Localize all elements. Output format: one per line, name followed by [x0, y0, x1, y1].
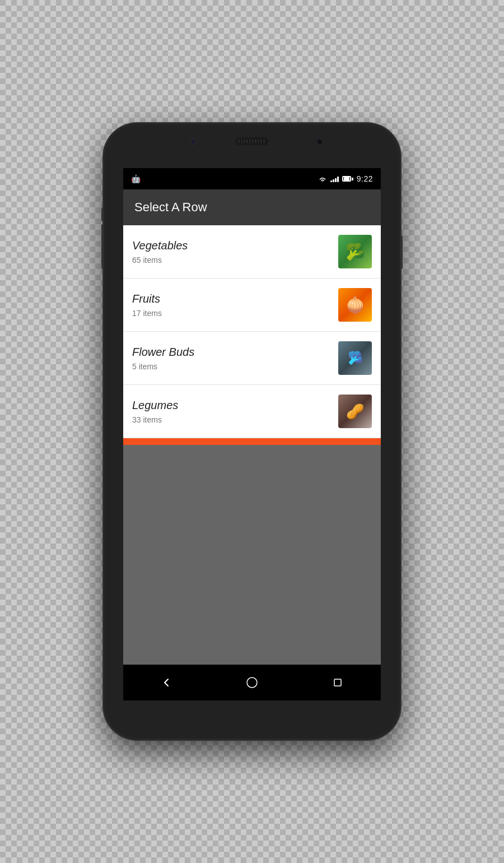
phone-outer: 🤖 — [104, 123, 400, 740]
svg-point-0 — [247, 678, 257, 688]
robot-icon: 🤖 — [131, 174, 141, 183]
list-item-flowerbuds[interactable]: Flower Buds 5 items — [123, 332, 381, 385]
power-button[interactable] — [400, 235, 403, 269]
svg-rect-1 — [334, 679, 341, 686]
phone-bottom-hardware — [104, 700, 400, 740]
list-item-subtitle: 5 items — [132, 362, 332, 371]
signal-bar-2 — [333, 179, 334, 182]
signal-bar-3 — [335, 178, 337, 182]
battery-tip — [352, 178, 353, 180]
list-item-thumbnail — [338, 341, 372, 375]
phone-top-hardware — [104, 123, 400, 168]
signal-bar-4 — [337, 177, 339, 182]
list-item-text: Flower Buds 5 items — [132, 346, 332, 371]
front-camera — [190, 139, 196, 145]
status-time: 9:22 — [357, 174, 373, 183]
status-bar: 🤖 — [123, 168, 381, 189]
list-container: Vegetables 65 items Fruits 17 items Flow… — [123, 225, 381, 445]
signal-bar-1 — [330, 180, 332, 182]
light-sensor — [318, 140, 322, 144]
list-item-thumbnail — [338, 235, 372, 268]
app-bar-title: Select A Row — [134, 200, 207, 215]
back-button[interactable] — [153, 669, 180, 696]
list-item-title: Fruits — [132, 293, 332, 305]
battery-body — [342, 176, 351, 182]
battery-icon — [342, 176, 353, 182]
list-item-fruits[interactable]: Fruits 17 items — [123, 279, 381, 332]
list-item-subtitle: 17 items — [132, 309, 332, 318]
status-left: 🤖 — [131, 174, 141, 183]
volume-button[interactable] — [101, 224, 104, 269]
app-bar: Select A Row — [123, 189, 381, 225]
list-item-subtitle: 33 items — [132, 415, 332, 424]
list-item-vegetables[interactable]: Vegetables 65 items — [123, 225, 381, 279]
below-list-area — [123, 445, 381, 665]
wifi-icon — [318, 175, 327, 182]
recent-apps-button[interactable] — [324, 669, 351, 696]
status-right: 9:22 — [318, 174, 373, 183]
speaker-grille — [235, 137, 269, 145]
signal-icon — [330, 175, 339, 182]
list-item-title: Vegetables — [132, 239, 332, 252]
list-item-thumbnail — [338, 395, 372, 428]
mute-button[interactable] — [101, 207, 104, 221]
list-item-text: Fruits 17 items — [132, 293, 332, 318]
list-item-title: Legumes — [132, 399, 332, 412]
battery-fill — [344, 177, 349, 180]
list-item-thumbnail — [338, 288, 372, 322]
home-button[interactable] — [239, 669, 265, 696]
list-item-bulbs[interactable]: Bulbs 18 items — [123, 438, 381, 445]
list-item-text: Legumes 33 items — [132, 399, 332, 424]
phone-screen: 🤖 — [123, 168, 381, 700]
list-item-text: Vegetables 65 items — [132, 239, 332, 265]
bottom-nav — [123, 665, 381, 700]
list-item-legumes[interactable]: Legumes 33 items — [123, 385, 381, 438]
list-item-title: Flower Buds — [132, 346, 332, 359]
list-item-subtitle: 65 items — [132, 256, 332, 265]
